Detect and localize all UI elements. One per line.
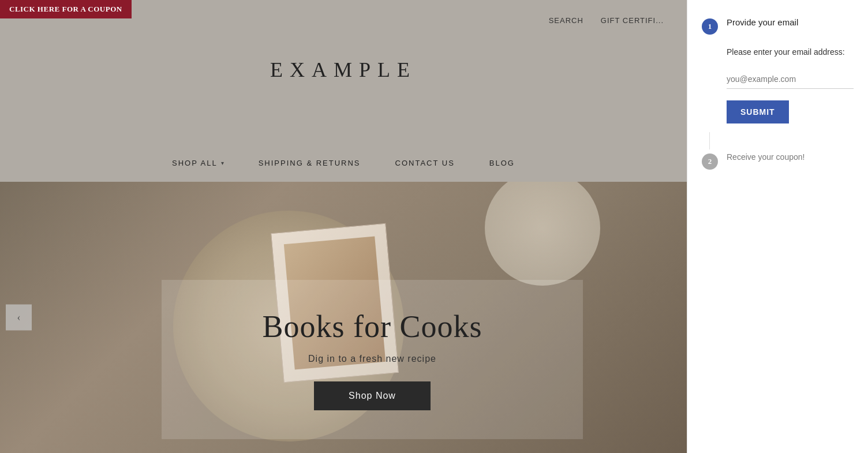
email-input[interactable]: [727, 70, 854, 89]
step2-label: Receive your coupon!: [727, 152, 805, 162]
step1-description: Please enter your email address:: [727, 46, 854, 58]
nav-contact[interactable]: CONTACT US: [395, 159, 455, 167]
step2-row: 2 Receive your coupon!: [702, 152, 854, 170]
chevron-down-icon: ▾: [221, 160, 224, 166]
step2-circle: 2: [702, 154, 718, 170]
gift-cert-link[interactable]: GIFT CERTIFI...: [601, 16, 664, 25]
hero-overlay: Books for Cooks Dig in to a fresh new re…: [162, 280, 583, 439]
nav-blog[interactable]: BLOG: [489, 159, 515, 167]
hero-title: Books for Cooks: [185, 309, 560, 345]
nav-shipping[interactable]: SHIPPING & RETURNS: [259, 159, 361, 167]
coupon-panel: 1 Provide your email Please enter your e…: [687, 0, 868, 453]
submit-button[interactable]: SUBMIT: [727, 100, 789, 123]
nav-shop-all-label[interactable]: SHOP ALL: [172, 159, 218, 167]
header: SEARCH GIFT CERTIFI... EXAMPLE SHOP ALL …: [0, 0, 687, 182]
hero-section: Books for Cooks Dig in to a fresh new re…: [0, 182, 687, 453]
coupon-bar[interactable]: CLICK HERE FOR A COUPON: [0, 0, 132, 18]
carousel-prev-button[interactable]: ‹: [6, 305, 32, 331]
step-connector: [709, 132, 710, 149]
hero-subtitle: Dig in to a fresh new recipe: [185, 354, 560, 364]
step1-row: 1 Provide your email: [702, 17, 854, 35]
main-nav: SHOP ALL ▾ SHIPPING & RETURNS CONTACT US…: [0, 159, 687, 182]
step1-label: Provide your email: [727, 17, 798, 27]
main-area: CLICK HERE FOR A COUPON SEARCH GIFT CERT…: [0, 0, 687, 453]
site-title: EXAMPLE: [0, 58, 687, 82]
search-link[interactable]: SEARCH: [549, 16, 583, 25]
shop-now-button[interactable]: Shop Now: [314, 381, 431, 410]
step1-circle: 1: [702, 18, 718, 35]
nav-shop-all[interactable]: SHOP ALL ▾: [172, 159, 224, 167]
